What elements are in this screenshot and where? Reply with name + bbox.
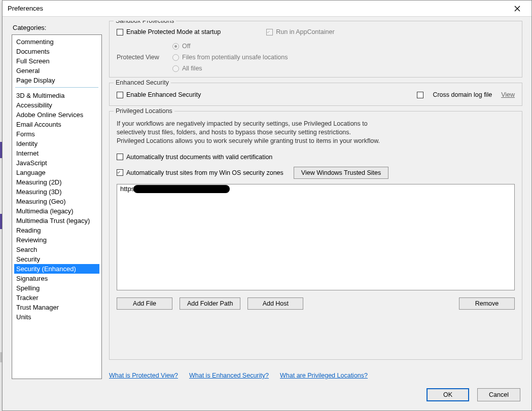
protected-view-unsafe-label: Files from potentially unsafe locations (182, 54, 288, 61)
protected-view-all-radio (172, 65, 179, 72)
category-item[interactable]: Measuring (3D) (14, 187, 99, 197)
category-item[interactable]: Tracker (14, 293, 99, 303)
run-in-appcontainer-checkbox (266, 29, 273, 35)
auto-trust-zones-label: Automatically trust sites from my Win OS… (126, 169, 283, 176)
protected-view-unsafe-radio (172, 54, 179, 61)
categories-label: Categories: (13, 24, 102, 31)
view-trusted-sites-button[interactable]: View Windows Trusted Sites (294, 167, 388, 179)
categories-list[interactable]: CommentingDocumentsFull ScreenGeneralPag… (12, 34, 102, 379)
protected-view-options: Off Files from potentially unsafe locati… (172, 43, 515, 72)
help-links-row: What is Protected View? What is Enhanced… (109, 372, 522, 379)
auto-trust-cert-checkbox[interactable] (117, 154, 123, 160)
what-are-privileged-locations-link[interactable]: What are Privileged Locations? (280, 372, 368, 379)
ok-button[interactable]: OK (427, 388, 469, 401)
category-item[interactable]: Internet (14, 148, 99, 158)
category-item[interactable]: Search (14, 245, 99, 254)
category-item[interactable]: Security (14, 254, 99, 264)
svg-point-2 (174, 45, 177, 48)
category-item[interactable]: Identity (14, 139, 99, 148)
protected-view-off-label: Off (182, 43, 190, 50)
privileged-description: If your workflows are negatively impacte… (117, 120, 380, 145)
cross-domain-log-checkbox[interactable] (417, 92, 423, 98)
settings-pane: Sandbox Protections Enable Protected Mod… (109, 21, 522, 379)
group-legend: Privileged Locations (114, 107, 174, 115)
enable-protected-mode-label: Enable Protected Mode at startup (126, 28, 221, 35)
category-item[interactable]: Forms (14, 129, 99, 139)
category-item[interactable]: Full Screen (14, 56, 99, 66)
list-item[interactable]: https (117, 184, 514, 194)
enable-enhanced-security-label: Enable Enhanced Security (126, 91, 201, 98)
sandbox-protections-group: Sandbox Protections Enable Protected Mod… (109, 21, 522, 78)
category-item[interactable]: Reading (14, 226, 99, 235)
category-item[interactable]: Security (Enhanced) (14, 264, 99, 274)
add-folder-path-button[interactable]: Add Folder Path (180, 297, 240, 310)
group-legend: Enhanced Security (114, 79, 171, 86)
dialog-footer: OK Cancel (12, 383, 522, 403)
protected-view-all-label: All files (182, 65, 202, 72)
category-item[interactable]: Page Display (14, 76, 99, 85)
dialog-title: Preferences (8, 5, 43, 12)
category-item[interactable]: Language (14, 168, 99, 177)
category-item[interactable]: Spelling (14, 283, 99, 293)
what-is-enhanced-security-link[interactable]: What is Enhanced Security? (189, 372, 269, 379)
add-file-button[interactable]: Add File (117, 297, 172, 310)
titlebar: Preferences (3, 1, 531, 17)
redacted-text (133, 185, 230, 193)
category-item[interactable]: Multimedia Trust (legacy) (14, 216, 99, 226)
category-item[interactable]: Units (14, 312, 99, 322)
enable-protected-mode-checkbox[interactable] (117, 29, 123, 35)
category-item[interactable]: Email Accounts (14, 120, 99, 129)
auto-trust-zones-checkbox[interactable] (117, 169, 123, 176)
category-item[interactable]: Adobe Online Services (14, 110, 99, 120)
add-host-button[interactable]: Add Host (247, 297, 303, 310)
cross-domain-log-label: Cross domain log file (433, 91, 492, 98)
dialog-content: Categories: CommentingDocumentsFull Scre… (3, 17, 531, 410)
category-item[interactable]: JavaScript (14, 158, 99, 168)
category-separator (15, 87, 98, 88)
category-item[interactable]: Signatures (14, 274, 99, 283)
what-is-protected-view-link[interactable]: What is Protected View? (109, 372, 178, 379)
view-log-link[interactable]: View (501, 91, 515, 98)
privileged-locations-group: Privileged Locations If your workflows a… (109, 111, 522, 360)
enhanced-security-group: Enhanced Security Enable Enhanced Securi… (109, 83, 522, 106)
category-item[interactable]: General (14, 66, 99, 76)
protected-view-off-radio (172, 43, 179, 50)
protected-view-label: Protected View (117, 54, 167, 61)
list-item-text: https (120, 185, 134, 193)
category-item[interactable]: 3D & Multimedia (14, 91, 99, 100)
remove-button[interactable]: Remove (459, 297, 515, 310)
auto-trust-cert-label: Automatically trust documents with valid… (126, 154, 272, 161)
categories-pane: Categories: CommentingDocumentsFull Scre… (12, 21, 102, 379)
category-item[interactable]: Commenting (14, 37, 99, 47)
category-item[interactable]: Accessibility (14, 100, 99, 110)
preferences-dialog: Preferences Categories: CommentingDocume… (2, 0, 532, 411)
category-item[interactable]: Measuring (2D) (14, 177, 99, 187)
category-item[interactable]: Measuring (Geo) (14, 197, 99, 206)
privileged-locations-list[interactable]: https (117, 184, 515, 290)
close-icon (514, 6, 520, 12)
category-item[interactable]: Trust Manager (14, 303, 99, 312)
category-item[interactable]: Reviewing (14, 235, 99, 245)
category-item[interactable]: Multimedia (legacy) (14, 206, 99, 216)
enable-enhanced-security-checkbox[interactable] (117, 92, 123, 98)
group-legend: Sandbox Protections (114, 21, 176, 24)
close-button[interactable] (507, 2, 527, 16)
cancel-button[interactable]: Cancel (477, 388, 520, 401)
category-item[interactable]: Documents (14, 47, 99, 56)
run-in-appcontainer-label: Run in AppContainer (276, 28, 334, 35)
